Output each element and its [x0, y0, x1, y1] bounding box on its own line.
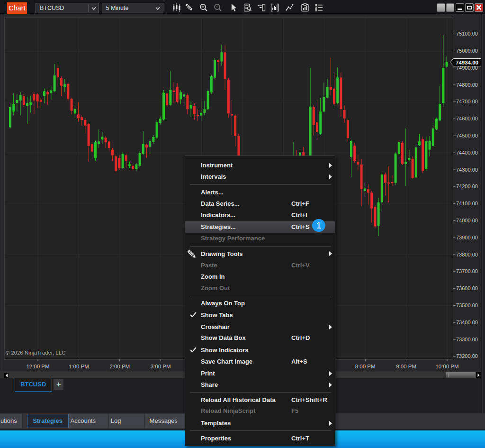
svg-text:74934.00: 74934.00 — [456, 60, 478, 65]
